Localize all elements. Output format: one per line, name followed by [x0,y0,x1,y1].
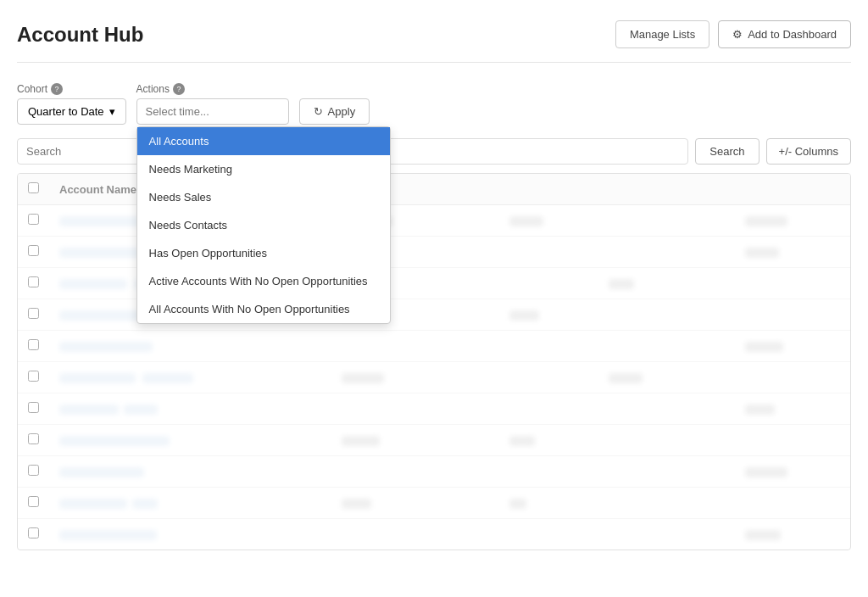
row-checkbox[interactable] [28,276,39,287]
actions-label: Actions [136,83,170,95]
actions-dropdown-menu: All Accounts Needs Marketing Needs Sales… [136,126,391,324]
manage-lists-button[interactable]: Manage Lists [615,20,709,48]
table-row [18,456,850,488]
dropdown-item-has-open-opportunities[interactable]: Has Open Opportunities [137,239,390,267]
apply-label: Apply [328,105,356,118]
cohort-help-icon[interactable]: ? [51,83,63,95]
col-7[interactable] [735,174,850,205]
search-button[interactable]: Search [695,138,759,165]
row-checkbox[interactable] [28,371,39,382]
add-to-dashboard-button[interactable]: ⚙ Add to Dashboard [718,20,851,48]
table-row [18,425,850,456]
add-dashboard-label: Add to Dashboard [748,28,837,41]
dropdown-item-all-accounts-no-open[interactable]: All Accounts With No Open Opportunities [137,295,390,323]
row-checkbox[interactable] [28,496,39,507]
actions-help-icon[interactable]: ? [173,83,185,95]
table-row [18,488,850,519]
cohort-chevron-icon: ▾ [109,105,115,118]
cohort-value: Quarter to Date [28,105,104,118]
row-checkbox[interactable] [28,433,39,444]
select-all-checkbox[interactable] [28,182,39,193]
page-title: Account Hub [17,23,143,47]
dropdown-item-needs-sales[interactable]: Needs Sales [137,183,390,211]
actions-input[interactable] [136,98,289,125]
dropdown-item-needs-contacts[interactable]: Needs Contacts [137,211,390,239]
table-row [18,393,850,425]
cohort-dropdown-button[interactable]: Quarter to Date ▾ [17,98,126,125]
row-checkbox[interactable] [28,339,39,350]
row-checkbox[interactable] [28,214,39,225]
dropdown-item-needs-marketing[interactable]: Needs Marketing [137,155,390,183]
col-4[interactable] [499,174,598,205]
row-checkbox[interactable] [28,308,39,319]
table-row [18,331,850,362]
dropdown-item-active-accounts-no-open[interactable]: Active Accounts With No Open Opportuniti… [137,267,390,295]
row-checkbox[interactable] [28,527,39,538]
refresh-icon: ↻ [314,105,323,118]
row-checkbox[interactable] [28,245,39,256]
col-6[interactable] [698,174,735,205]
cohort-label: Cohort [17,83,47,95]
dashboard-icon: ⚙ [732,28,743,41]
row-checkbox[interactable] [28,402,39,413]
select-all-header[interactable] [18,174,49,205]
dropdown-item-all-accounts[interactable]: All Accounts [137,127,390,155]
col-3[interactable] [462,174,499,205]
col-5[interactable] [598,174,698,205]
table-row [18,519,850,550]
columns-button[interactable]: +/- Columns [766,138,851,165]
table-row [18,362,850,393]
row-checkbox[interactable] [28,465,39,476]
apply-button[interactable]: ↻ Apply [299,98,370,125]
